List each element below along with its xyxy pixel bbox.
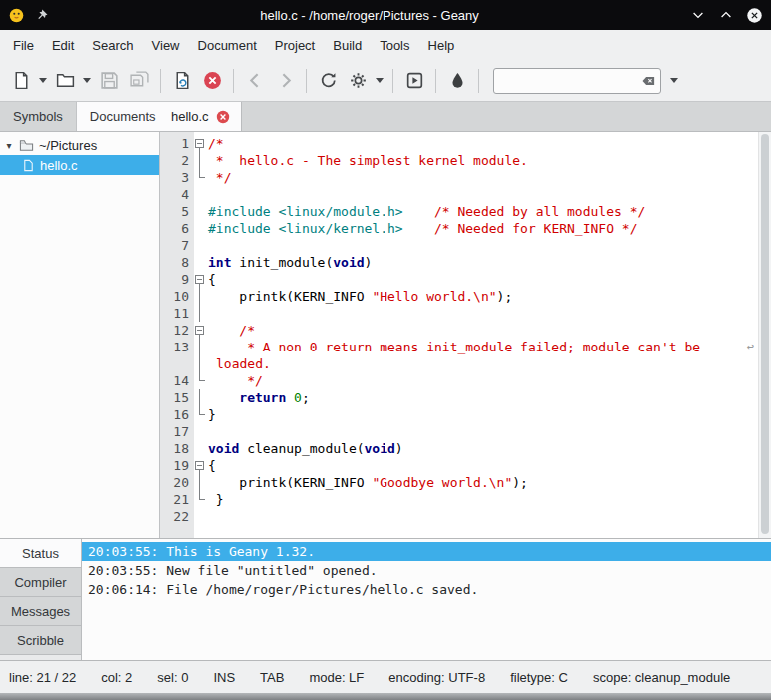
- build-button[interactable]: [343, 66, 373, 96]
- code-row[interactable]: 20 printk(KERN_INFO "Goodbye world.\n");: [160, 474, 771, 491]
- status-message[interactable]: 20:06:14: File /home/roger/Pictures/hell…: [82, 580, 771, 599]
- line-number[interactable]: 3: [160, 169, 194, 186]
- code-row[interactable]: 15 return 0;: [160, 389, 771, 406]
- toolbar-overflow-button[interactable]: [667, 66, 681, 96]
- code-row[interactable]: 3 */: [160, 169, 771, 186]
- menu-view[interactable]: View: [143, 33, 189, 58]
- tree-item-folder[interactable]: ▾ ~/Pictures: [0, 135, 159, 155]
- line-number[interactable]: 11: [160, 305, 194, 322]
- fold-marker-box[interactable]: [194, 271, 207, 288]
- code-row[interactable]: 21 }: [160, 491, 771, 508]
- code-row[interactable]: 14 */: [160, 372, 771, 389]
- menu-tools[interactable]: Tools: [371, 33, 418, 58]
- compile-button[interactable]: [313, 66, 343, 96]
- code-row[interactable]: loaded.: [160, 355, 771, 372]
- line-number[interactable]: 17: [160, 423, 194, 440]
- line-number[interactable]: 1: [160, 135, 194, 152]
- code-row[interactable]: 17: [160, 423, 771, 440]
- code-row[interactable]: 5#include <linux/module.h> /* Needed by …: [160, 203, 771, 220]
- line-number[interactable]: 8: [160, 254, 194, 271]
- build-dropdown[interactable]: [373, 66, 386, 96]
- code-editor[interactable]: 1/*2 * hello.c - The simplest kernel mod…: [160, 132, 771, 538]
- line-number[interactable]: 22: [160, 508, 194, 525]
- new-document-dropdown[interactable]: [36, 66, 50, 96]
- menu-search[interactable]: Search: [83, 33, 142, 58]
- tab-documents[interactable]: Documents: [77, 102, 170, 131]
- code-row[interactable]: 11: [160, 305, 771, 322]
- clear-search-icon[interactable]: [640, 73, 657, 89]
- expander-icon[interactable]: ▾: [4, 140, 14, 151]
- line-number[interactable]: 13: [160, 339, 194, 355]
- code-row[interactable]: 6#include <linux/kernel.h> /* Needed for…: [160, 220, 771, 237]
- code-row[interactable]: 22: [160, 508, 771, 525]
- line-number[interactable]: [160, 355, 194, 372]
- line-number[interactable]: 21: [160, 491, 194, 508]
- code-row[interactable]: 12 /*: [160, 322, 771, 339]
- line-number[interactable]: 7: [160, 237, 194, 254]
- code-row[interactable]: 19{: [160, 457, 771, 474]
- code-row[interactable]: 13 * A non 0 return means init_module fa…: [160, 339, 771, 355]
- close-tab-icon[interactable]: [216, 110, 230, 124]
- tab-messages[interactable]: Messages: [0, 597, 81, 626]
- line-number[interactable]: 10: [160, 288, 194, 305]
- code-row[interactable]: 2 * hello.c - The simplest kernel module…: [160, 152, 771, 169]
- run-button[interactable]: [399, 66, 429, 96]
- code-row[interactable]: 10 printk(KERN_INFO "Hello world.\n");: [160, 288, 771, 305]
- line-number[interactable]: 2: [160, 152, 194, 169]
- menu-help[interactable]: Help: [419, 33, 464, 58]
- menu-project[interactable]: Project: [266, 33, 324, 58]
- line-number[interactable]: 18: [160, 440, 194, 457]
- line-number[interactable]: 20: [160, 474, 194, 491]
- line-number[interactable]: 15: [160, 389, 194, 406]
- minimize-button[interactable]: [690, 7, 706, 23]
- search-input[interactable]: [493, 68, 661, 94]
- new-document-button[interactable]: [6, 66, 36, 96]
- revert-button[interactable]: [167, 66, 197, 96]
- line-number[interactable]: 5: [160, 203, 194, 220]
- fold-marker-box[interactable]: [194, 322, 207, 339]
- fold-marker-box[interactable]: [194, 457, 207, 474]
- save-all-button[interactable]: [124, 66, 154, 96]
- menu-document[interactable]: Document: [189, 33, 266, 58]
- code-row[interactable]: 16}: [160, 406, 771, 423]
- line-number[interactable]: 4: [160, 186, 194, 203]
- statusbar-item: TAB: [260, 670, 284, 685]
- open-file-dropdown[interactable]: [80, 66, 94, 96]
- line-number[interactable]: 19: [160, 457, 194, 474]
- maximize-button[interactable]: [718, 7, 734, 23]
- editor-tab-hello-c[interactable]: hello.c: [160, 102, 242, 131]
- fold-marker-box[interactable]: [194, 135, 207, 152]
- code-row[interactable]: 18void cleanup_module(void): [160, 440, 771, 457]
- tab-compiler[interactable]: Compiler: [0, 568, 81, 597]
- line-number[interactable]: 16: [160, 406, 194, 423]
- line-number[interactable]: 14: [160, 372, 194, 389]
- code-row[interactable]: 8int init_module(void): [160, 254, 771, 271]
- color-chooser-button[interactable]: [442, 66, 472, 96]
- code-row[interactable]: 7: [160, 237, 771, 254]
- menu-file[interactable]: File: [4, 33, 43, 58]
- tab-symbols[interactable]: Symbols: [0, 102, 77, 131]
- close-window-button[interactable]: [746, 7, 763, 24]
- line-number[interactable]: 9: [160, 271, 194, 288]
- line-number[interactable]: 12: [160, 322, 194, 339]
- line-number[interactable]: 6: [160, 220, 194, 237]
- status-message[interactable]: 20:03:55: This is Geany 1.32.: [82, 542, 771, 561]
- tab-status[interactable]: Status: [0, 539, 81, 568]
- code-text: {: [207, 271, 216, 288]
- tree-item-file[interactable]: hello.c: [0, 155, 159, 175]
- scrollbar-thumb[interactable]: [761, 134, 769, 534]
- save-button[interactable]: [94, 66, 124, 96]
- back-button[interactable]: [240, 66, 270, 96]
- tab-scribble[interactable]: Scribble: [0, 626, 81, 655]
- window-bottom-edge: [0, 693, 771, 700]
- code-row[interactable]: 4: [160, 186, 771, 203]
- code-row[interactable]: 9{: [160, 271, 771, 288]
- menu-build[interactable]: Build: [324, 33, 371, 58]
- status-message[interactable]: 20:03:55: New file "untitled" opened.: [82, 561, 771, 580]
- open-file-button[interactable]: [50, 66, 80, 96]
- menu-edit[interactable]: Edit: [43, 33, 83, 58]
- forward-button[interactable]: [270, 66, 300, 96]
- code-row[interactable]: 1/*: [160, 135, 771, 152]
- close-document-button[interactable]: [197, 66, 227, 96]
- editor-scrollbar[interactable]: [758, 132, 771, 538]
